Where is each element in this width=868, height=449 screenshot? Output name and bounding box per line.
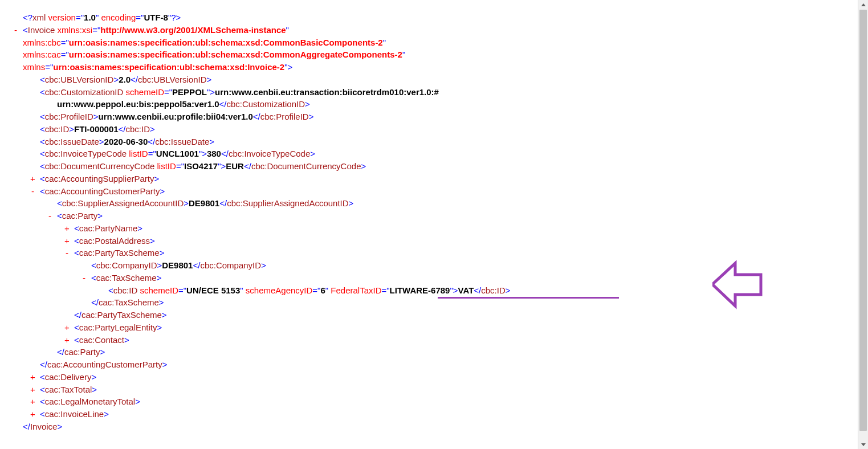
postaladdress: +<cac:PostalAddress> xyxy=(23,235,862,247)
accountingcustomerparty-open: -<cac:AccountingCustomerParty> xyxy=(23,185,862,198)
ublversion: <cbc:UBLVersionID>2.0</cbc:UBLVersionID> xyxy=(23,74,862,86)
expand-toggle[interactable]: + xyxy=(63,321,71,334)
partylegalentity: +<cac:PartyLegalEntity> xyxy=(23,321,862,334)
id: <cbc:ID>FTI-000001</cbc:ID> xyxy=(23,123,862,136)
delivery: +<cac:Delivery> xyxy=(23,371,862,383)
vertical-scrollbar[interactable] xyxy=(858,0,868,449)
scroll-up-icon[interactable] xyxy=(858,0,868,10)
partyname: +<cac:PartyName> xyxy=(23,222,862,235)
contact: +<cac:Contact> xyxy=(23,334,862,346)
profileid: <cbc:ProfileID>urn:www.cenbii.eu:profile… xyxy=(23,111,862,123)
xml-viewer-viewport: <?xml version="1.0" encoding="UTF-8"?> -… xyxy=(0,0,868,449)
collapse-toggle[interactable]: - xyxy=(46,210,54,222)
collapse-toggle[interactable]: - xyxy=(63,247,71,259)
invoicetypecode: <cbc:InvoiceTypeCode listID="UNCL1001">3… xyxy=(23,148,862,160)
ns-cbc: xmlns:cbc="urn:oasis:names:specification… xyxy=(23,36,862,49)
taxtotal: +<cac:TaxTotal> xyxy=(23,383,862,396)
expand-toggle[interactable]: + xyxy=(28,408,37,421)
customizationid-line2: urn:www.peppol.eu:bis:peppol5a:ver1.0</c… xyxy=(23,98,862,111)
accountingsupplierparty: +<cac:AccountingSupplierParty> xyxy=(23,173,862,185)
ns-default: xmlns="urn:oasis:names:specification:ubl… xyxy=(23,61,862,74)
collapse-toggle[interactable]: - xyxy=(28,185,37,198)
scroll-track[interactable] xyxy=(858,10,868,439)
documentcurrencycode: <cbc:DocumentCurrencyCode listID="ISO421… xyxy=(23,160,862,173)
invoice-close: </Invoice> xyxy=(23,421,862,433)
expand-toggle[interactable]: + xyxy=(63,222,71,235)
expand-toggle[interactable]: + xyxy=(28,173,37,185)
xml-declaration: <?xml version="1.0" encoding="UTF-8"?> xyxy=(23,11,862,24)
expand-toggle[interactable]: + xyxy=(28,371,37,383)
party-open: -<cac:Party> xyxy=(23,210,862,222)
scroll-thumb[interactable] xyxy=(859,10,867,431)
expand-toggle[interactable]: + xyxy=(63,334,71,346)
invoice-open: -<Invoice xmlns:xsi="http://www.w3.org/2… xyxy=(23,24,862,36)
legalmonetarytotal: +<cac:LegalMonetaryTotal> xyxy=(23,395,862,408)
collapse-toggle[interactable]: - xyxy=(11,24,20,36)
highlight-underline xyxy=(438,297,619,299)
accountingcustomerparty-close: </cac:AccountingCustomerParty> xyxy=(23,358,862,371)
xml-tree: <?xml version="1.0" encoding="UTF-8"?> -… xyxy=(0,0,868,439)
expand-toggle[interactable]: + xyxy=(28,383,37,396)
party-close: </cac:Party> xyxy=(23,346,862,358)
scroll-down-icon[interactable] xyxy=(858,439,868,449)
ns-cac: xmlns:cac="urn:oasis:names:specification… xyxy=(23,48,862,61)
callout-arrow-icon xyxy=(712,258,764,313)
collapse-toggle[interactable]: - xyxy=(80,272,88,284)
invoiceline: +<cac:InvoiceLine> xyxy=(23,408,862,421)
supplierassignedaccountid: <cbc:SupplierAssignedAccountID>DE9801</c… xyxy=(23,197,862,210)
expand-toggle[interactable]: + xyxy=(63,235,71,247)
issuedate: <cbc:IssueDate>2020-06-30</cbc:IssueDate… xyxy=(23,136,862,148)
expand-toggle[interactable]: + xyxy=(28,395,37,408)
customizationid: <cbc:CustomizationID schemeID="PEPPOL">u… xyxy=(23,86,862,99)
